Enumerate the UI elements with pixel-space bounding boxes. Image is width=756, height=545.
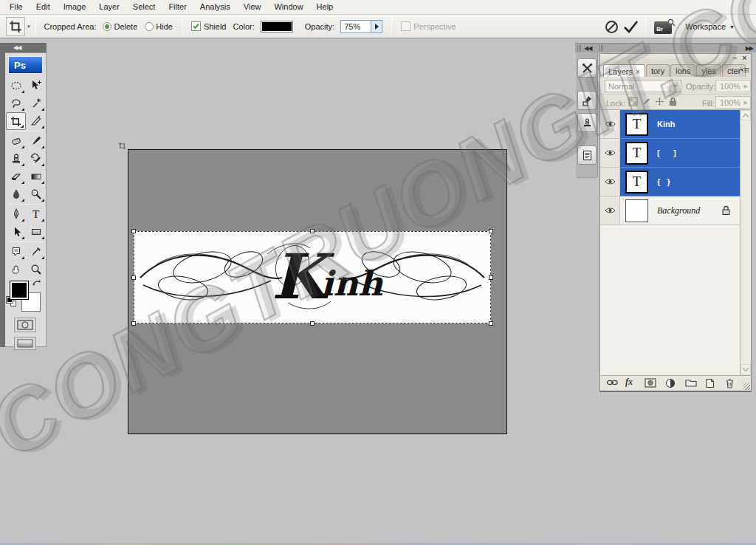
shield-color-swatch[interactable] — [261, 21, 293, 32]
minimize-button[interactable]: – — [731, 55, 739, 63]
tool-preset-picker[interactable]: ▾ — [6, 17, 30, 36]
workspace-dropdown[interactable]: Workspace ▼ — [685, 22, 735, 31]
tool-presets-panel-button[interactable] — [577, 58, 597, 78]
layer-name[interactable]: [ ] — [657, 148, 676, 157]
gradient-tool[interactable] — [26, 168, 46, 185]
marquee-tool[interactable] — [6, 77, 26, 95]
type-layer-thumbnail[interactable]: T — [625, 113, 648, 136]
visibility-toggle[interactable] — [600, 196, 620, 225]
crop-handle[interactable] — [489, 229, 493, 233]
layer-opacity-field[interactable]: 100% ▶ — [715, 80, 751, 92]
eyedropper-tool[interactable] — [26, 243, 46, 261]
go-to-bridge-button[interactable]: Br — [654, 18, 676, 35]
tab-layers[interactable]: Layers × — [603, 64, 645, 77]
new-group-button[interactable] — [685, 378, 697, 387]
layer-style-button[interactable]: fx — [625, 377, 633, 388]
layer-row-brackets[interactable]: T [ ] — [600, 139, 740, 168]
menu-select[interactable]: Select — [126, 0, 162, 14]
clone-stamp-tool[interactable] — [6, 150, 26, 168]
tab-styles[interactable]: yles — [696, 64, 721, 77]
healing-brush-tool[interactable] — [6, 132, 26, 150]
add-layer-mask-button[interactable] — [645, 378, 656, 388]
move-tool[interactable] — [26, 77, 46, 95]
blur-tool[interactable] — [6, 185, 26, 203]
blend-mode-dropdown[interactable]: Normal ▼ — [605, 80, 681, 92]
layer-comps-panel-button[interactable] — [577, 145, 597, 165]
menu-help[interactable]: Help — [310, 0, 340, 14]
layer-row-kinh[interactable]: T Kinh — [600, 110, 740, 139]
shield-checkbox[interactable]: Shield — [191, 21, 227, 31]
menu-filter[interactable]: Filter — [162, 0, 193, 14]
menu-window[interactable]: Window — [267, 0, 309, 14]
cancel-crop-button[interactable] — [602, 17, 621, 36]
layer-row-braces[interactable]: T { } — [600, 168, 740, 196]
type-layer-thumbnail[interactable]: T — [625, 142, 648, 165]
panel-menu-button[interactable] — [739, 66, 749, 75]
clone-source-panel-button[interactable] — [577, 113, 597, 132]
hide-radio[interactable]: Hide — [145, 22, 173, 31]
shape-tool[interactable] — [26, 223, 46, 241]
slice-tool[interactable] — [26, 112, 46, 130]
zoom-tool[interactable] — [26, 261, 46, 278]
hand-tool[interactable] — [6, 261, 26, 278]
menu-analysis[interactable]: Analysis — [193, 0, 237, 14]
crop-tool[interactable] — [6, 112, 26, 130]
new-layer-button[interactable] — [705, 378, 715, 388]
panel-resize-grip[interactable] — [743, 383, 750, 390]
eraser-tool[interactable] — [6, 168, 26, 185]
menu-view[interactable]: View — [237, 0, 268, 14]
layers-scrollbar[interactable] — [740, 110, 751, 375]
brush-tool[interactable] — [26, 132, 46, 150]
visibility-toggle[interactable] — [600, 168, 620, 196]
lock-pixels-button[interactable] — [642, 97, 651, 106]
drag-grip[interactable] — [599, 45, 603, 52]
layer-name[interactable]: { } — [657, 177, 670, 186]
opacity-dropdown-button[interactable] — [371, 20, 382, 33]
type-layer-thumbnail[interactable]: T — [625, 171, 648, 193]
tab-actions[interactable]: ions — [670, 64, 695, 77]
menu-image[interactable]: Image — [57, 0, 93, 14]
quick-mask-button[interactable] — [14, 318, 36, 332]
layer-name[interactable]: Kinh — [657, 120, 675, 128]
menu-layer[interactable]: Layer — [92, 0, 126, 14]
tab-history[interactable]: tory — [646, 64, 670, 77]
panel-title-bar[interactable]: – × — [600, 54, 751, 64]
close-button[interactable]: × — [740, 55, 749, 63]
commit-crop-button[interactable] — [621, 17, 640, 36]
magic-wand-tool[interactable] — [26, 95, 46, 112]
swap-colors-icon[interactable] — [32, 279, 42, 288]
crop-handle[interactable] — [131, 275, 136, 280]
dodge-tool[interactable] — [26, 185, 46, 203]
delete-radio[interactable]: Delete — [103, 22, 137, 31]
delete-layer-button[interactable] — [725, 378, 735, 388]
notes-tool[interactable] — [6, 243, 26, 261]
adjustment-layer-button[interactable] — [665, 378, 676, 388]
scroll-up-button[interactable] — [740, 110, 751, 120]
crop-handle[interactable] — [131, 229, 136, 233]
toolbox-collapse-button[interactable]: ◀◀ — [0, 43, 47, 52]
crop-handle[interactable] — [489, 321, 493, 326]
type-tool[interactable]: T — [26, 205, 46, 223]
layer-thumbnail[interactable] — [625, 199, 648, 222]
lock-all-button[interactable] — [668, 97, 678, 106]
menu-edit[interactable]: Edit — [30, 0, 57, 14]
crop-handle[interactable] — [131, 321, 136, 326]
lasso-tool[interactable] — [6, 95, 26, 112]
brushes-panel-button[interactable] — [577, 91, 597, 110]
history-brush-tool[interactable] — [26, 150, 46, 168]
tab-close-icon[interactable]: × — [636, 68, 640, 76]
crop-handle[interactable] — [310, 321, 315, 326]
visibility-toggle[interactable] — [600, 139, 620, 168]
screen-mode-button[interactable] — [14, 337, 36, 350]
crop-handle[interactable] — [310, 229, 315, 233]
document-canvas[interactable]: K inh — [128, 149, 507, 434]
lock-transparency-button[interactable] — [628, 97, 638, 106]
opacity-input[interactable]: 75% — [340, 20, 371, 33]
drag-grip[interactable] — [577, 45, 581, 52]
visibility-toggle[interactable] — [600, 110, 620, 139]
layer-fill-field[interactable]: 100% ▶ — [715, 96, 751, 109]
path-selection-tool[interactable] — [6, 223, 26, 241]
foreground-color-swatch[interactable] — [10, 281, 29, 300]
menu-file[interactable]: File — [3, 0, 30, 14]
crop-handle[interactable] — [489, 275, 493, 280]
